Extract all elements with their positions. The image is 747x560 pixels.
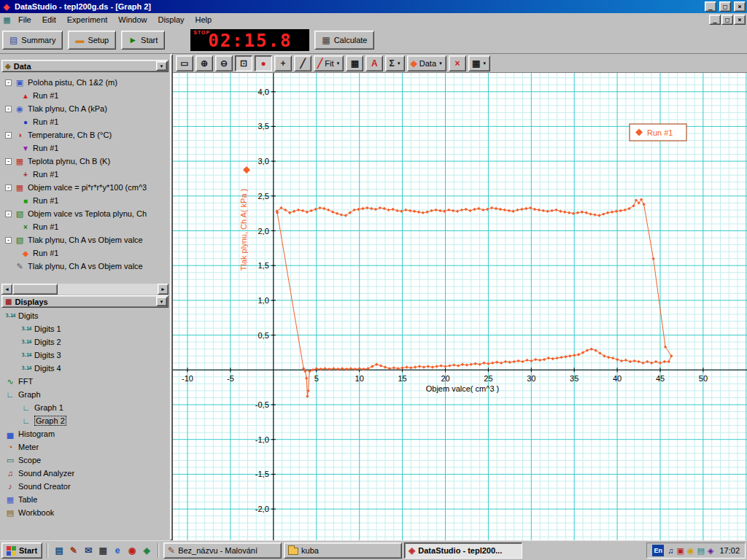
restore-button[interactable]: □ xyxy=(719,1,731,12)
quick-launch-media-icon[interactable]: ◉ xyxy=(125,544,139,557)
scroll-left-icon[interactable]: ◄ xyxy=(1,284,12,295)
scroll-track[interactable] xyxy=(12,284,158,295)
fit-menu-button[interactable]: ╱Fit▼ xyxy=(314,55,344,71)
legend[interactable]: Run #1 xyxy=(630,124,686,141)
data-source-item[interactable]: -▣Poloha pistu, Ch 1&2 (m) xyxy=(2,76,169,89)
run-item[interactable]: ●Run #1 xyxy=(2,115,169,128)
menu-window[interactable]: Window xyxy=(113,15,152,25)
display-item[interactable]: ♫Sound Analyzer xyxy=(2,467,169,480)
display-item[interactable]: ∿FFT xyxy=(2,375,169,388)
collapse-box-icon[interactable]: - xyxy=(5,184,12,191)
quick-launch-paint-icon[interactable]: ✎ xyxy=(67,544,80,557)
task-button[interactable]: kuba xyxy=(284,542,402,559)
scroll-right-icon[interactable]: ► xyxy=(158,284,169,295)
menu-edit[interactable]: Edit xyxy=(37,15,61,25)
display-item[interactable]: ♪Sound Creator xyxy=(2,480,169,493)
tray-volume-icon[interactable]: ♫ xyxy=(667,546,673,555)
text-annotation-button[interactable]: A xyxy=(365,55,383,71)
display-subitem[interactable]: 3.14Digits 4 xyxy=(2,362,169,375)
display-item[interactable]: 3.14Digits xyxy=(2,309,169,322)
delete-button[interactable]: × xyxy=(449,55,466,71)
scroll-thumb[interactable] xyxy=(12,284,58,295)
quick-launch-mail-icon[interactable]: ✉ xyxy=(82,544,95,557)
quick-launch-desktop-icon[interactable]: ▤ xyxy=(53,544,66,557)
menu-help[interactable]: Help xyxy=(190,15,217,25)
display-item[interactable]: ∟Graph xyxy=(2,388,169,401)
data-source-item[interactable]: -▦Objem valce = pi*r*r*y*100 (cm^3 xyxy=(2,181,169,194)
collapse-box-icon[interactable]: - xyxy=(5,106,12,112)
data-source-item[interactable]: -◉Tlak plynu, Ch A (kPa) xyxy=(2,102,169,115)
tray-antivirus-icon[interactable]: ▣ xyxy=(677,546,684,556)
display-item[interactable]: ▦Table xyxy=(2,493,169,506)
zoom-out-button[interactable]: ⊖ xyxy=(215,55,233,71)
collapse-box-icon[interactable]: - xyxy=(5,237,12,244)
graph-plot-area[interactable]: -10-551015202530354045504,03,53,02,52,01… xyxy=(173,73,747,540)
close-button[interactable]: × xyxy=(734,1,746,12)
display-item[interactable]: ▅Histogram xyxy=(2,427,169,440)
quick-launch-ie-icon[interactable]: e xyxy=(111,544,124,557)
slope-tool-button[interactable]: ╱ xyxy=(294,55,311,71)
x-axis-label[interactable]: Objem valce( cm^3 ) xyxy=(426,384,500,393)
collapse-box-icon[interactable]: - xyxy=(5,132,12,139)
data-series-line[interactable] xyxy=(277,200,672,397)
data-panel-hscrollbar[interactable]: ◄ ► xyxy=(1,284,169,295)
graph-settings-button[interactable]: ▦▼ xyxy=(468,55,490,71)
minimize-button[interactable]: _ xyxy=(705,1,716,12)
smart-tool-button[interactable]: + xyxy=(274,55,292,71)
data-source-item[interactable]: -▦Teplota plynu, Ch B (K) xyxy=(2,155,169,168)
summary-button[interactable]: ▤ Summary xyxy=(2,31,63,50)
quick-launch-settings-icon[interactable]: ◈ xyxy=(140,544,153,557)
task-button[interactable]: ◈DataStudio - tepl200... xyxy=(404,542,522,559)
collapse-box-icon[interactable]: - xyxy=(5,79,12,86)
data-source-item[interactable]: -▧Tlak plynu, Ch A vs Objem valce xyxy=(2,233,169,246)
mdi-minimize-button[interactable]: _ xyxy=(709,15,721,25)
calculate-tool-button[interactable]: ▦ xyxy=(346,55,363,71)
run-item[interactable]: ▼Run #1 xyxy=(2,141,169,155)
mdi-close-button[interactable]: × xyxy=(734,15,746,25)
data-panel-header[interactable]: ◈ Data ▼ xyxy=(1,60,169,72)
statistics-menu-button[interactable]: Σ▼ xyxy=(385,55,404,71)
data-highlight-button[interactable]: ● xyxy=(255,55,272,71)
tray-scheduler-icon[interactable]: ◉ xyxy=(687,546,694,556)
y-axis-label[interactable]: Tlak plynu, Ch A( kPa ) xyxy=(239,189,248,271)
run-item[interactable]: ■Run #1 xyxy=(2,194,169,207)
display-subitem[interactable]: ∟Graph 1 xyxy=(2,401,169,414)
setup-button[interactable]: ▬ Setup xyxy=(68,31,116,50)
run-item[interactable]: ▲Run #1 xyxy=(2,89,169,102)
task-button[interactable]: ✎Bez_názvu - Malování xyxy=(163,542,282,559)
zoom-in-button[interactable]: ⊕ xyxy=(196,55,213,71)
start-button[interactable]: ► Start xyxy=(121,31,165,50)
zoom-select-button[interactable]: ⊡ xyxy=(235,55,252,71)
displays-panel-dropdown-arrow-icon[interactable]: ▼ xyxy=(156,297,167,306)
run-item[interactable]: ×Run #1 xyxy=(2,220,169,233)
display-subitem[interactable]: 3.14Digits 2 xyxy=(2,335,169,349)
collapse-box-icon[interactable]: - xyxy=(5,158,12,165)
mdi-restore-button[interactable]: □ xyxy=(721,15,733,25)
menu-display[interactable]: Display xyxy=(152,15,189,25)
run-item[interactable]: +Run #1 xyxy=(2,168,169,181)
start-menu-button[interactable]: Start xyxy=(1,542,42,559)
display-item[interactable]: ▭Scope xyxy=(2,454,169,467)
display-subitem[interactable]: ∟Graph 2 xyxy=(2,414,169,427)
data-source-item[interactable]: -◑Temperature, Ch B (°C) xyxy=(2,128,169,141)
menu-experiment[interactable]: Experiment xyxy=(62,15,113,25)
display-item[interactable]: ◔Meter xyxy=(2,440,169,454)
data-source-item[interactable]: -▧Objem valce vs Teplota plynu, Ch xyxy=(2,207,169,220)
tray-update-icon[interactable]: ◈ xyxy=(708,546,713,556)
display-subitem[interactable]: 3.14Digits 3 xyxy=(2,349,169,362)
keyboard-layout-indicator[interactable]: En xyxy=(652,545,664,556)
display-subitem[interactable]: 3.14Digits 1 xyxy=(2,322,169,335)
scale-to-fit-button[interactable]: ▭ xyxy=(176,55,193,71)
data-source-item[interactable]: ✎Tlak plynu, Ch A vs Objem valce xyxy=(2,260,169,273)
display-item[interactable]: ▤Workbook xyxy=(2,506,169,519)
menu-file[interactable]: File xyxy=(13,15,36,25)
run-item[interactable]: ◆Run #1 xyxy=(2,246,169,260)
data-menu-button[interactable]: ◆Data▼ xyxy=(407,55,446,71)
displays-panel-header[interactable]: ▦ Displays ▼ xyxy=(1,295,169,308)
quick-launch-printer-icon[interactable]: ▦ xyxy=(96,544,109,557)
collapse-box-icon[interactable]: - xyxy=(5,211,12,217)
calculate-button[interactable]: ▦ Calculate xyxy=(314,31,374,50)
data-panel-dropdown-arrow-icon[interactable]: ▼ xyxy=(156,61,167,71)
data-series-markers[interactable] xyxy=(275,198,673,397)
tray-display-icon[interactable]: ▤ xyxy=(697,546,705,556)
